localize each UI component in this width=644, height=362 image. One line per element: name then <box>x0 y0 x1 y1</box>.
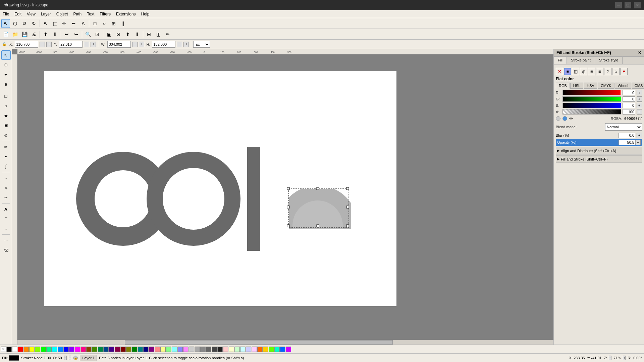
palette-color-yellow[interactable] <box>29 347 35 352</box>
handle-bc[interactable] <box>317 225 319 227</box>
h-scrollbar[interactable] <box>17 340 553 345</box>
palette-color-light-pink[interactable] <box>252 347 257 352</box>
palette-color-gray[interactable] <box>195 347 200 352</box>
palette-color-deep-orange[interactable] <box>257 347 263 352</box>
box3d-tool[interactable]: ▣ <box>1 121 11 130</box>
selector-tool-btn[interactable]: ↖ <box>1 19 10 28</box>
palette-color-violet[interactable] <box>69 347 74 352</box>
color-tab-rgb[interactable]: RGB <box>556 83 570 89</box>
palette-color-light-cyan[interactable] <box>172 347 177 352</box>
menu-file[interactable]: File <box>0 11 12 17</box>
palette-color-turquoise[interactable] <box>274 347 280 352</box>
palette-color-purple-dark[interactable] <box>109 347 114 352</box>
tab-fill[interactable]: Fill <box>554 57 567 64</box>
connector-tool[interactable]: ⌒ <box>1 214 11 224</box>
eyedropper-tool[interactable]: ⊹ <box>1 193 11 202</box>
color-tab-cmyk[interactable]: CMYK <box>598 83 614 89</box>
fill-radial-grad-btn[interactable]: ◎ <box>580 68 587 75</box>
zoom-fit-btn[interactable]: ⊡ <box>93 30 102 39</box>
select-btn[interactable]: ↖ <box>41 19 50 28</box>
handle-tl[interactable] <box>287 187 289 190</box>
palette-color-spring[interactable] <box>46 347 52 352</box>
unit-select[interactable]: px mm cm in <box>193 41 210 48</box>
w-minus[interactable]: − <box>132 42 138 47</box>
w-plus[interactable]: + <box>139 42 144 47</box>
palette-color-blue[interactable] <box>63 347 69 352</box>
color-tab-hsv[interactable]: HSV <box>584 83 597 89</box>
bucket-tool[interactable]: ⬦ <box>1 173 11 183</box>
y-input[interactable] <box>59 41 83 48</box>
palette-color-rose[interactable] <box>80 347 86 352</box>
palette-color-dark-teal[interactable] <box>138 347 143 352</box>
handle-tr[interactable] <box>346 187 349 190</box>
xml-btn[interactable]: ✏ <box>163 30 172 39</box>
palette-color-purple[interactable] <box>149 347 154 352</box>
canvas-area[interactable]: -1200 -1100 -900 -800 -700 -600 -500 -40… <box>12 49 553 345</box>
fill-swatch-btn[interactable]: ▦ <box>596 68 603 75</box>
r-slider[interactable] <box>562 90 621 95</box>
gradient-tool[interactable]: ◈ <box>1 183 11 192</box>
node-tool-btn[interactable]: ⬡ <box>11 19 19 28</box>
palette-color-magenta[interactable] <box>75 347 80 352</box>
tweak-tool[interactable]: ✦ <box>1 70 11 79</box>
canvas-content[interactable] <box>17 54 553 345</box>
align-btn[interactable]: ⊟ <box>145 30 153 39</box>
ellipse-tool[interactable]: ○ <box>1 101 11 110</box>
layer-indicator[interactable]: Layer 1 <box>80 355 97 361</box>
fill-btn[interactable]: ◫ <box>154 30 163 39</box>
palette-color-white[interactable] <box>12 347 17 352</box>
opacity-minus-btn[interactable]: − <box>635 140 641 145</box>
color-tab-hsl[interactable]: HSL <box>570 83 583 89</box>
edit-color-btn[interactable]: ✏ <box>569 116 573 121</box>
palette-color-cream[interactable] <box>229 347 234 352</box>
b-plus-btn[interactable]: + <box>637 103 642 108</box>
palette-color-black[interactable] <box>6 347 12 352</box>
pen-btn[interactable]: ✒ <box>69 19 78 28</box>
undo-btn[interactable]: ↩ <box>62 30 71 39</box>
palette-none[interactable]: ✕ <box>1 347 6 352</box>
palette-color-lime[interactable] <box>35 347 40 352</box>
fill-heart-btn[interactable]: ♥ <box>620 68 628 75</box>
ungroup-btn[interactable]: ⊠ <box>114 30 123 39</box>
handle-mr[interactable] <box>346 206 349 208</box>
palette-color-pink[interactable] <box>223 347 228 352</box>
palette-color-azure[interactable] <box>58 347 63 352</box>
palette-color-mint[interactable] <box>234 347 240 352</box>
fill-unset-btn[interactable]: ⊙ <box>612 68 620 75</box>
palette-color-navy[interactable] <box>103 347 109 352</box>
palette-color-darker-gray[interactable] <box>212 347 217 352</box>
lock-btn[interactable]: 🔒 <box>73 356 78 360</box>
pencil-tool[interactable]: ✏ <box>1 142 11 151</box>
rect-tool[interactable]: □ <box>1 91 11 101</box>
a-value[interactable] <box>623 109 635 115</box>
text-btn[interactable]: A <box>79 19 88 28</box>
palette-color-olive-dark[interactable] <box>92 347 97 352</box>
palette-color-green[interactable] <box>41 347 46 352</box>
close-button[interactable]: ✕ <box>634 2 641 8</box>
palette-color-dark-gray[interactable] <box>206 347 211 352</box>
palette-color-light-blue[interactable] <box>177 347 183 352</box>
text-tool[interactable]: A <box>1 205 11 214</box>
r-plus-btn[interactable]: + <box>637 90 642 95</box>
new-btn[interactable]: 📄 <box>1 30 10 39</box>
palette-color-orange[interactable] <box>23 347 29 352</box>
menu-text[interactable]: Text <box>84 11 97 17</box>
lower-btn[interactable]: ⬇ <box>133 30 142 39</box>
color-tab-wheel[interactable]: Wheel <box>615 83 631 89</box>
y-minus[interactable]: − <box>84 42 89 47</box>
w-input[interactable] <box>107 41 131 48</box>
fill-none-btn[interactable]: ✕ <box>556 68 563 75</box>
palette-color-teal-dark[interactable] <box>98 347 103 352</box>
opacity-minus[interactable]: − <box>64 356 67 360</box>
palette-color-olive[interactable] <box>126 347 131 352</box>
menu-extensions[interactable]: Extensions <box>113 11 139 17</box>
align-distribute-section[interactable]: ▶ Align and Distribute (Shift+Ctrl+A) <box>556 147 642 154</box>
palette-color-purple-bright[interactable] <box>286 347 291 352</box>
g-slider[interactable] <box>562 96 621 102</box>
pen-tool[interactable]: ✒ <box>1 152 11 161</box>
palette-color-mid-gray[interactable] <box>200 347 206 352</box>
menu-view[interactable]: View <box>24 11 38 17</box>
zoom-in-btn[interactable]: 🔍 <box>84 30 92 39</box>
y-plus[interactable]: + <box>91 42 96 47</box>
minimize-button[interactable]: ─ <box>615 2 622 8</box>
